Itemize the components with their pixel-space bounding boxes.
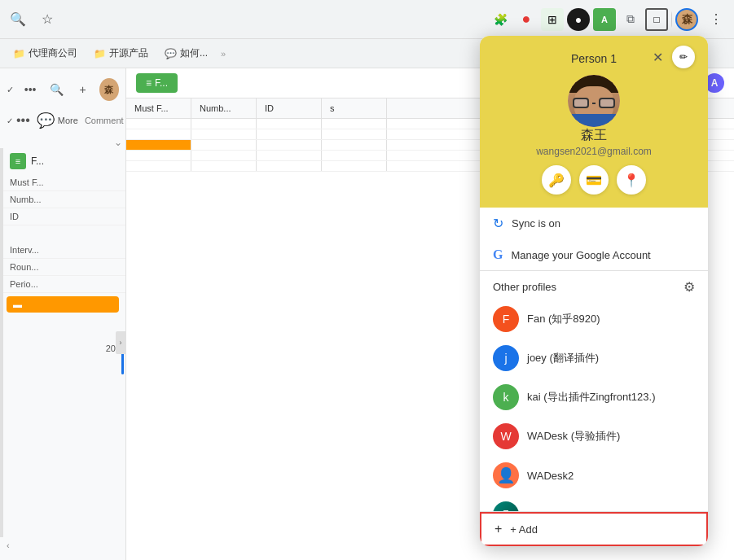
sidebar-spacer bbox=[0, 225, 125, 242]
cell-4-4 bbox=[322, 151, 387, 160]
sidebar-toolbar: ✓ ••• 🔍 + 森 bbox=[0, 75, 125, 104]
cell-5-3 bbox=[257, 161, 322, 171]
sidebar-row-mustf[interactable]: Must F... bbox=[0, 174, 125, 191]
bookmark-opensource[interactable]: 📁 开源产品 bbox=[87, 43, 155, 63]
profile-joey-label: joey (翻译插件) bbox=[527, 351, 599, 365]
profile-wadesk2-label: WADesk2 bbox=[527, 470, 574, 482]
cell-2-1 bbox=[126, 129, 191, 139]
profile-zhen-label: Zhen (ZhenYiFan) bbox=[527, 509, 613, 512]
sidebar-person-icon[interactable]: 森 bbox=[99, 78, 119, 101]
manage-account-row[interactable]: G Manage your Google Account bbox=[480, 239, 708, 270]
profile-avatar-button[interactable]: 森 bbox=[675, 8, 698, 31]
ext-red-icon[interactable]: ● bbox=[515, 8, 538, 31]
close-x-icon: ✕ bbox=[653, 50, 663, 65]
profile-item-fan[interactable]: F Fan (知乎8920) bbox=[480, 300, 708, 339]
pencil-icon: ✏ bbox=[679, 51, 688, 63]
cell-5-1 bbox=[126, 161, 191, 171]
google-g-icon: G bbox=[493, 247, 503, 262]
sidebar-row-round[interactable]: Roun... bbox=[0, 259, 125, 276]
green-btn-label: F... bbox=[155, 77, 168, 89]
comment-label: Comment bbox=[85, 116, 124, 125]
cell-2-3 bbox=[257, 129, 322, 139]
sidebar-scroll-area: ≡ F... Must F... Numb... ID Interv... Ro… bbox=[0, 148, 125, 537]
profile-email: wangsen2021@gmail.com bbox=[536, 146, 652, 157]
cell-1-1 bbox=[126, 119, 191, 129]
more-options-icon[interactable]: ⋮ bbox=[705, 8, 727, 31]
profile-header-section: Person 1 ✕ ✏ bbox=[480, 36, 708, 208]
folder-icon-2: 📁 bbox=[94, 48, 106, 59]
star-icon[interactable]: ☆ bbox=[36, 8, 59, 31]
sync-row[interactable]: ↻ Sync is on bbox=[480, 208, 708, 239]
table-icon-row[interactable]: ≡ F... bbox=[0, 148, 125, 174]
ext-square-icon[interactable]: □ bbox=[645, 8, 668, 31]
sidebar-bottom-nav: ‹ bbox=[0, 537, 125, 553]
cell-1-2 bbox=[191, 119, 257, 129]
sidebar-dots-icon[interactable]: ••• bbox=[20, 78, 40, 101]
cell-5-2 bbox=[191, 161, 257, 171]
manage-account-label: Manage your Google Account bbox=[511, 249, 650, 261]
comment-bubble-icon[interactable]: 💬 bbox=[37, 112, 55, 129]
left-sidebar: ✓ ••• 🔍 + 森 ✓ ••• 💬 More Comment ⌄ bbox=[0, 68, 126, 560]
add-profile-button[interactable]: + + Add bbox=[480, 512, 708, 546]
key-button[interactable]: 🔑 bbox=[542, 165, 571, 195]
location-button[interactable]: 📍 bbox=[617, 165, 646, 195]
profile-title: Person 1 bbox=[571, 52, 617, 65]
cell-3-1-orange bbox=[126, 140, 191, 150]
cell-4-2 bbox=[191, 151, 257, 160]
cell-3-2 bbox=[191, 140, 257, 150]
sidebar-spacer2 bbox=[0, 316, 125, 340]
close-dropdown-button[interactable]: ✕ bbox=[646, 46, 669, 68]
avatar-zhen: Z bbox=[493, 501, 519, 511]
ext-circle-icon[interactable]: ● bbox=[567, 8, 590, 31]
cell-2-2 bbox=[191, 129, 257, 139]
ext-green-icon[interactable]: A bbox=[593, 8, 616, 31]
scroll-right-arrow[interactable]: › bbox=[116, 331, 125, 354]
green-action-button[interactable]: ≡ F... bbox=[136, 73, 178, 93]
col-number: Numb... bbox=[191, 98, 257, 118]
payment-button[interactable]: 💳 bbox=[579, 165, 609, 195]
col-mustf: Must F... bbox=[126, 98, 191, 118]
cell-3-3 bbox=[257, 140, 322, 150]
more-dots-icon[interactable]: ••• bbox=[16, 109, 30, 132]
profile-dropdown: Person 1 ✕ ✏ bbox=[480, 36, 708, 546]
profile-item-kai[interactable]: k kai (导出插件Zingfront123.) bbox=[480, 378, 708, 417]
bookmark-howto[interactable]: 💬 如何... bbox=[158, 43, 214, 63]
profile-item-zhen[interactable]: Z Zhen (ZhenYiFan) bbox=[480, 495, 708, 511]
profiles-settings-icon[interactable]: ⚙ bbox=[683, 279, 695, 295]
zoom-icon[interactable]: 🔍 bbox=[7, 8, 29, 31]
ext-copy-icon[interactable]: ⧉ bbox=[619, 8, 642, 31]
sidebar-left-border bbox=[0, 148, 3, 537]
sidebar-row-number[interactable]: Numb... bbox=[0, 191, 125, 208]
profile-item-wadesk2[interactable]: 👤 WADesk2 bbox=[480, 456, 708, 495]
chat-icon: 💬 bbox=[165, 48, 177, 59]
sidebar-add-icon[interactable]: + bbox=[73, 78, 93, 101]
sidebar-left-arrow[interactable]: ‹ bbox=[7, 540, 10, 550]
sidebar-row-period[interactable]: Perio... bbox=[0, 276, 125, 293]
sidebar-row-id[interactable]: ID bbox=[0, 208, 125, 225]
cell-4-1 bbox=[126, 151, 191, 160]
avatar-joey: j bbox=[493, 345, 519, 371]
collapse-arrow-icon[interactable]: ⌄ bbox=[114, 137, 122, 148]
profile-wadesk-label: WADesk (导验插件) bbox=[527, 429, 620, 444]
bookmark-proxy-label: 代理商公司 bbox=[29, 46, 77, 60]
profile-item-joey[interactable]: j joey (翻译插件) bbox=[480, 339, 708, 378]
bookmark-proxy[interactable]: 📁 代理商公司 bbox=[7, 43, 84, 63]
ext-grid-icon[interactable]: ⊞ bbox=[541, 8, 564, 31]
col-s: s bbox=[322, 98, 387, 118]
col-id: ID bbox=[257, 98, 322, 118]
cell-1-3 bbox=[257, 119, 322, 129]
table-title: F... bbox=[31, 155, 44, 167]
sidebar-search-icon[interactable]: 🔍 bbox=[46, 78, 66, 101]
profile-item-wadesk[interactable]: W WADesk (导验插件) bbox=[480, 417, 708, 456]
ext-puzzle-icon[interactable]: 🧩 bbox=[489, 8, 512, 31]
cell-4-3 bbox=[257, 151, 322, 160]
profile-list: F Fan (知乎8920) j joey (翻译插件) k kai (导出插件… bbox=[480, 300, 708, 511]
table-green-icon: ≡ bbox=[10, 153, 26, 169]
edit-profile-button[interactable]: ✏ bbox=[672, 46, 695, 68]
add-label: + Add bbox=[510, 523, 538, 536]
dropdown-body: ↻ Sync is on G Manage your Google Accoun… bbox=[480, 208, 708, 546]
sidebar-row-interval[interactable]: Interv... bbox=[0, 242, 125, 259]
cell-1-4 bbox=[322, 119, 387, 129]
profile-fan-label: Fan (知乎8920) bbox=[527, 312, 600, 326]
sidebar-orange-row[interactable]: ▬ bbox=[7, 296, 119, 313]
